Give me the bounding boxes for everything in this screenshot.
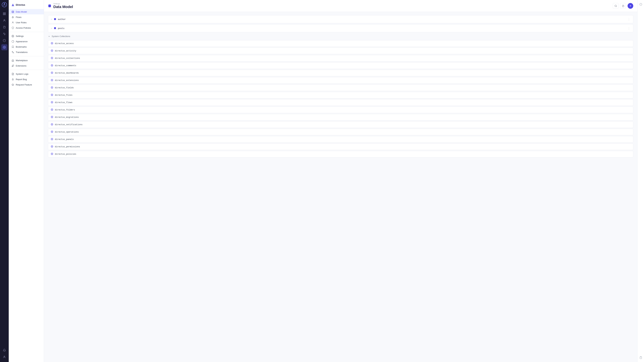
sidebar-item-data-model[interactable]: Data Model xyxy=(9,9,44,14)
user-collection-row[interactable]: ≡ author ⋮ xyxy=(48,15,633,23)
system-collection-row[interactable]: directus_operations xyxy=(48,129,633,135)
system-collection-name: directus_folders xyxy=(55,109,630,111)
sidebar-item-flows-label: Flows xyxy=(16,16,22,18)
system-collection-name: directus_extensions xyxy=(55,79,630,82)
sidebar-item-appearance-label: Appearance xyxy=(16,40,28,43)
files-button[interactable] xyxy=(620,3,626,9)
collection-db-icon xyxy=(54,18,56,21)
user-collection-row[interactable]: ≡ posts ⋮ xyxy=(48,24,633,32)
breadcrumb: Settings xyxy=(53,3,73,5)
right-clipboard-icon[interactable] xyxy=(638,355,643,360)
marketplace-icon xyxy=(12,59,14,62)
system-collection-row[interactable]: directus_comments xyxy=(48,62,633,69)
report-bug-icon xyxy=(12,78,14,81)
system-collection-name: directus_panels xyxy=(55,138,630,141)
sidebar-logo[interactable]: Directus xyxy=(9,2,44,9)
sidebar-item-bookmarks[interactable]: Bookmarks xyxy=(9,44,44,49)
system-collection-row[interactable]: directus_activity xyxy=(48,48,633,54)
sidebar-item-report-bug-label: Report Bug xyxy=(16,78,27,81)
system-collections-header[interactable]: System Collections xyxy=(48,34,633,39)
system-collection-row[interactable]: directus_access xyxy=(48,40,633,47)
system-gear-icon xyxy=(51,57,53,60)
sidebar: Directus Data Model Flows User Roles Acc… xyxy=(9,0,44,362)
sidebar-item-extensions-label: Extensions xyxy=(16,64,26,67)
collection-db-icon xyxy=(54,27,56,30)
rail-bell-icon[interactable] xyxy=(1,347,8,353)
svg-point-32 xyxy=(52,72,52,73)
system-collection-row[interactable]: directus_dashboards xyxy=(48,70,633,76)
system-collection-name: directus_notifications xyxy=(55,123,630,126)
svg-point-1 xyxy=(4,3,5,4)
system-collection-row[interactable]: directus_folders xyxy=(48,107,633,113)
system-collection-row[interactable]: directus_panels xyxy=(48,136,633,143)
system-collection-row[interactable]: directus_files xyxy=(48,92,633,98)
user-collections-list: ≡ author ⋮ ≡ posts ⋮ xyxy=(48,15,633,32)
system-collection-row[interactable]: directus_extensions xyxy=(48,77,633,84)
svg-point-31 xyxy=(52,65,52,66)
sidebar-app-name: Directus xyxy=(16,3,25,6)
svg-point-36 xyxy=(52,102,52,103)
collection-name: posts xyxy=(58,27,628,30)
app-logo[interactable] xyxy=(2,2,7,7)
system-gear-icon xyxy=(51,86,53,89)
system-section-label: System Collections xyxy=(52,35,70,37)
sidebar-item-settings[interactable]: Settings xyxy=(9,33,44,39)
sidebar-item-access-policies[interactable]: Access Policies xyxy=(9,25,44,30)
svg-point-10 xyxy=(4,47,5,48)
add-collection-button[interactable]: + xyxy=(628,3,633,9)
system-collection-row[interactable]: directus_collections xyxy=(48,55,633,61)
sidebar-item-translations[interactable]: Translations xyxy=(9,49,44,55)
sidebar-item-system-logs[interactable]: System Logs xyxy=(9,71,44,77)
system-collection-name: directus_access xyxy=(55,42,630,45)
system-collection-name: directus_fields xyxy=(55,87,630,89)
main-header: Settings Data Model + xyxy=(44,0,637,12)
svg-point-39 xyxy=(52,124,52,125)
system-logs-icon xyxy=(12,72,14,75)
svg-rect-5 xyxy=(5,14,6,15)
sidebar-item-report-bug[interactable]: Report Bug xyxy=(9,77,44,82)
collection-menu-icon[interactable]: ⋮ xyxy=(628,26,630,30)
rail-content-icon[interactable] xyxy=(1,11,8,17)
svg-point-43 xyxy=(52,153,52,154)
chevron-down-icon xyxy=(48,35,50,37)
system-collection-row[interactable]: directus_flows xyxy=(48,99,633,106)
system-gear-icon xyxy=(51,131,53,133)
rail-user-icon[interactable] xyxy=(1,354,8,360)
system-gear-icon xyxy=(51,42,53,45)
sidebar-item-data-model-label: Data Model xyxy=(16,10,27,13)
rail-users-icon[interactable] xyxy=(1,17,8,23)
sidebar-item-extensions[interactable]: Extensions xyxy=(9,63,44,68)
system-gear-icon xyxy=(51,153,53,156)
svg-rect-4 xyxy=(3,14,4,15)
sidebar-item-user-roles-label: User Roles xyxy=(16,21,26,24)
svg-line-25 xyxy=(616,6,617,7)
header-db-icon xyxy=(48,4,51,7)
rail-docs-icon[interactable] xyxy=(1,37,8,43)
svg-marker-12 xyxy=(12,4,14,6)
system-collection-row[interactable]: directus_migrations xyxy=(48,114,633,120)
collection-menu-icon[interactable]: ⋮ xyxy=(628,17,630,21)
system-gear-icon xyxy=(51,145,53,148)
header-right: + xyxy=(613,3,633,9)
sidebar-item-user-roles[interactable]: User Roles xyxy=(9,20,44,25)
drag-handle-icon: ≡ xyxy=(51,27,52,30)
system-collection-row[interactable]: directus_permissions xyxy=(48,143,633,150)
system-gear-icon xyxy=(51,101,53,104)
rail-insights-icon[interactable] xyxy=(1,31,8,37)
system-collections-list: directus_access directus_activity direct… xyxy=(48,40,633,157)
system-collection-row[interactable]: directus_notifications xyxy=(48,121,633,128)
right-info-icon[interactable] xyxy=(638,2,643,7)
sidebar-divider-1 xyxy=(9,32,44,32)
sidebar-item-flows[interactable]: Flows xyxy=(9,14,44,20)
search-button[interactable] xyxy=(613,3,618,9)
bookmarks-icon xyxy=(12,45,14,48)
rail-settings-icon[interactable] xyxy=(1,44,8,50)
sidebar-item-marketplace[interactable]: Marketplace xyxy=(9,58,44,63)
page-title: Data Model xyxy=(53,5,73,9)
system-collection-row[interactable]: directus_policies xyxy=(48,151,633,157)
rail-files-icon[interactable] xyxy=(1,24,8,30)
system-collection-row[interactable]: directus_fields xyxy=(48,84,633,91)
sidebar-item-appearance[interactable]: Appearance xyxy=(9,39,44,44)
sidebar-item-request-feature[interactable]: Request Feature xyxy=(9,82,44,87)
system-collection-name: directus_comments xyxy=(55,64,630,67)
